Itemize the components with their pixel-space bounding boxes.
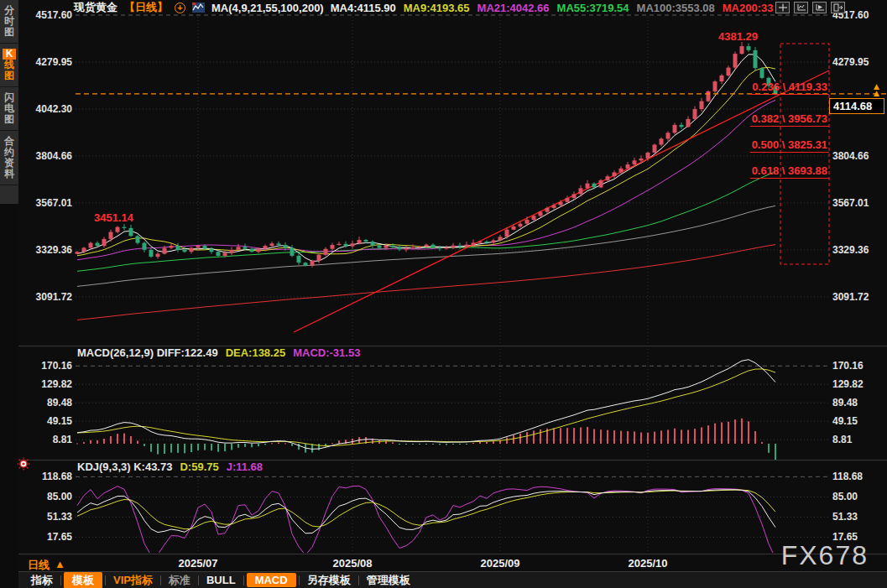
- ma21-line: [77, 100, 775, 259]
- ma-values-readout: MA4:4115.90MA9:4193.65MA21:4042.66MA55:3…: [331, 2, 774, 14]
- toolbar-item-8[interactable]: 管理模板: [359, 573, 418, 588]
- active-tab-chip: K: [3, 49, 16, 60]
- kdj-j-readout: J:11.68: [227, 461, 263, 473]
- period-label[interactable]: 【日线】: [124, 0, 168, 15]
- left-sidebar: 分时图K线图闪电图合约资料: [0, 0, 18, 588]
- toolbar-item-7[interactable]: 另存模板: [300, 573, 358, 588]
- chart-type-icon[interactable]: [192, 3, 205, 13]
- kdj-k-readout: KDJ(9,3,3) K:43.73: [77, 461, 172, 473]
- chart-canvas[interactable]: [0, 0, 887, 588]
- toolbar-item-4[interactable]: 标准: [161, 573, 198, 588]
- d-line: [77, 490, 775, 529]
- sidebar-item-active[interactable]: K线图: [0, 44, 18, 87]
- trading-chart-window: 4517.604517.604279.954279.954042.304042.…: [0, 0, 887, 588]
- macd-diff-readout: MACD(26,12,9) DIFF:122.49: [77, 346, 218, 359]
- symbol-name: 现货黄金: [74, 0, 117, 15]
- macd-panel-title: MACD(26,12,9) DIFF:122.49 DEA:138.25 MAC…: [77, 346, 360, 359]
- toolbar-divider: [60, 575, 61, 585]
- bottom-toolbar: 指标模板VIP指标标准BULLMACD另存模板管理模板: [18, 571, 887, 588]
- chart-header: 现货黄金 【日线】 + MA(4,9,21,55,100,200) MA4:41…: [74, 0, 773, 15]
- watermark: FX678: [781, 540, 869, 571]
- trendline: [294, 70, 829, 332]
- main-chart-layer: [76, 42, 830, 332]
- macd-layer: [76, 360, 776, 463]
- toolbar-divider: [243, 575, 244, 585]
- k-line: [77, 490, 775, 533]
- toolbar-item-6[interactable]: MACD: [247, 573, 296, 587]
- scale-chart-icon[interactable]: [794, 2, 808, 13]
- peak-price-label: 4381.29: [718, 30, 758, 43]
- ma-value-readout: MA9:4193.65: [404, 2, 470, 14]
- ma-value-readout: MA55:3719.54: [557, 2, 629, 14]
- toolbar-item-3[interactable]: VIP指标: [106, 573, 160, 588]
- exit-chart-icon[interactable]: [831, 2, 845, 13]
- ma200-line: [77, 245, 775, 320]
- ma4-line: [77, 55, 775, 262]
- ma-value-readout: MA100:3553.08: [637, 2, 715, 14]
- ma-value-readout: MA21:4042.66: [477, 2, 550, 14]
- alert-beacon-icon[interactable]: [17, 457, 30, 471]
- fib-projection-box: [780, 44, 829, 264]
- toolbar-item-1[interactable]: 指标: [23, 573, 60, 588]
- price-up-arrow-icon: ▲▲: [874, 83, 879, 96]
- macd-macd-readout: MACD:-31.53: [293, 346, 360, 359]
- sidebar-item-tab[interactable]: 闪电图: [0, 87, 18, 131]
- kdj-layer: [77, 486, 775, 558]
- current-price-box: 4114.68: [829, 98, 884, 114]
- dea-line: [77, 369, 775, 446]
- ma55-line: [77, 172, 775, 272]
- macd-dea-readout: DEA:138.25: [226, 346, 286, 359]
- toolbar-item-5[interactable]: BULL: [199, 574, 243, 586]
- early-peak-price-label: 3451.14: [94, 211, 133, 224]
- candles-layer: [76, 42, 778, 268]
- kdj-panel-title: KDJ(9,3,3) K:43.73 D:59.75 J:11.68: [77, 461, 263, 473]
- playback-chart-icon[interactable]: [812, 2, 827, 13]
- crosshair-icon[interactable]: [775, 2, 790, 13]
- toolbar-item-2[interactable]: 模板: [64, 572, 102, 588]
- sidebar-filler: [0, 185, 18, 204]
- kdj-d-readout: D:59.75: [180, 461, 218, 473]
- ma-settings-label: MA(4,9,21,55,100,200): [211, 2, 324, 14]
- sidebar-item-tab[interactable]: 合约资料: [0, 131, 18, 185]
- add-alert-icon[interactable]: +: [175, 3, 185, 13]
- ma-value-readout: MA200:33: [723, 2, 774, 14]
- window-icons: [775, 2, 845, 13]
- diff-line: [77, 360, 775, 450]
- ma9-line: [77, 67, 775, 255]
- sidebar-item-tab[interactable]: 分时图: [0, 0, 18, 44]
- ma-value-readout: MA4:4115.90: [331, 2, 396, 14]
